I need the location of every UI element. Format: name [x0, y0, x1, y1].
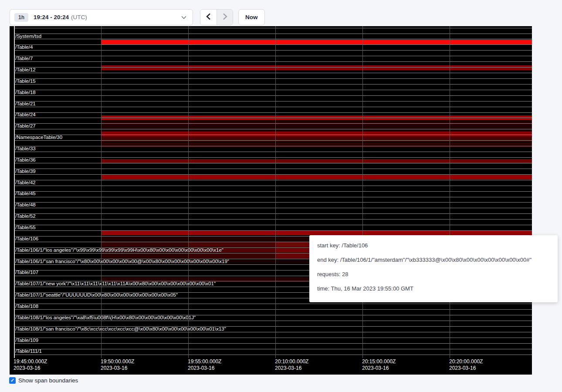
span-boundary-line: [14, 146, 532, 146]
heat-band: [101, 253, 188, 258]
span-boundary-line: [14, 95, 532, 96]
row-label: /Table/36: [15, 157, 36, 163]
row-label: /Table/45: [15, 191, 36, 196]
time-gridline: [14, 26, 15, 358]
span-boundary-line: [14, 39, 532, 39]
span-boundary-line: [14, 163, 532, 163]
span-boundary-line: [14, 338, 532, 338]
span-boundary-line: [14, 186, 532, 186]
span-boundary-line: [14, 28, 532, 28]
heat-band: [188, 253, 275, 258]
tooltip-requests: requests: 28: [317, 270, 558, 279]
span-boundary-line: [14, 44, 532, 45]
span-boundary-line: [14, 152, 532, 152]
next-time-button[interactable]: [217, 10, 233, 25]
heat-band: [188, 242, 275, 247]
heat-band: [101, 40, 532, 45]
row-label: /Table/18: [15, 90, 36, 95]
axis-tick-label: 19:45:00.000Z2023-03-16: [14, 358, 47, 372]
chevron-down-icon: [181, 16, 186, 19]
span-boundary-line: [14, 61, 532, 62]
key-visualizer-page: { "toolbar": { "time_preset": "1h", "tim…: [0, 0, 562, 392]
axis-tick-label: 19:55:00.000Z2023-03-16: [188, 358, 221, 372]
show-span-boundaries-checkbox[interactable]: ✓: [9, 377, 16, 384]
row-label: /Table/106/1/"san francisco"/"\x80\x00\x…: [15, 259, 229, 264]
row-label: /Table/108/1/"los angeles"/"\xa8\xf5\u00…: [15, 315, 196, 321]
tooltip-time: time: Thu, 16 Mar 2023 19:55:00 GMT: [317, 284, 558, 293]
row-label: /Table/106/1/"los angeles"/"\x99\x99\x99…: [15, 247, 223, 253]
row-label: /Table/111/1: [15, 348, 42, 354]
row-label: /Table/107: [15, 270, 38, 275]
span-boundary-line: [14, 34, 532, 34]
span-boundary-line: [14, 101, 532, 101]
row-label: /Table/21: [15, 101, 36, 107]
time-gridline: [450, 26, 450, 358]
span-boundary-line: [14, 90, 532, 90]
row-label: /Table/4: [15, 44, 33, 50]
row-label: /Table/106: [15, 236, 38, 242]
heat-band: [101, 142, 532, 147]
span-boundary-line: [14, 349, 532, 349]
heat-band: [101, 175, 532, 179]
span-boundary-line: [14, 140, 532, 141]
span-boundary-line: [14, 129, 532, 129]
span-boundary-line: [14, 118, 532, 118]
span-boundary-line: [14, 343, 532, 344]
span-boundary-line: [14, 321, 532, 321]
time-range-select[interactable]: 1h 19:24 - 20:24 (UTC): [10, 9, 193, 25]
span-boundary-line: [14, 332, 532, 332]
now-button[interactable]: Now: [238, 9, 265, 25]
heat-band: [101, 126, 532, 132]
span-boundary-line: [14, 112, 532, 113]
row-label: /Table/39: [15, 169, 36, 174]
time-gridline: [275, 26, 276, 358]
row-label: /System/tsd: [15, 34, 41, 39]
row-label: /Table/12: [15, 67, 36, 73]
span-boundary-line: [14, 208, 532, 208]
span-tooltip: start key: /Table/106 end key: /Table/10…: [309, 235, 558, 302]
row-label: /Table/7: [15, 56, 33, 61]
row-label: /Table/108/1/"san francisco"/"\x8c\xcc\x…: [15, 326, 226, 332]
time-gridline: [101, 26, 102, 358]
span-boundary-line: [14, 219, 532, 220]
span-boundary-line: [14, 213, 532, 214]
span-boundary-line: [14, 50, 532, 51]
tooltip-end-key: end key: /Table/106/1/"amsterdam"/"\xb33…: [317, 256, 558, 264]
row-label: /Table/33: [15, 146, 36, 152]
show-span-boundaries-control[interactable]: ✓ Show span boundaries: [9, 377, 78, 384]
span-boundary-line: [14, 67, 532, 68]
row-label: /Table/52: [15, 213, 36, 219]
span-boundary-line: [14, 191, 532, 192]
chevron-left-icon: [206, 13, 211, 21]
axis-tick-label: 20:20:00.000Z2023-03-16: [449, 358, 483, 372]
time-zone-text: (UTC): [71, 14, 87, 20]
span-boundary-line: [14, 56, 532, 56]
show-span-boundaries-label: Show span boundaries: [18, 377, 78, 384]
span-boundary-line: [14, 355, 532, 355]
span-boundary-line: [14, 230, 532, 231]
prev-time-button[interactable]: [200, 10, 217, 25]
chevron-right-icon: [223, 13, 227, 21]
span-boundary-line: [14, 180, 532, 180]
time-nav-group: [200, 9, 233, 25]
heat-band: [101, 132, 532, 136]
row-label: /Table/15: [15, 78, 36, 84]
toolbar: 1h 19:24 - 20:24 (UTC) Now: [10, 9, 265, 25]
span-boundary-line: [14, 304, 532, 304]
time-gridline: [188, 26, 189, 358]
span-boundary-line: [14, 225, 532, 225]
time-range-text: 19:24 - 20:24: [34, 14, 69, 20]
key-visualizer-canvas[interactable]: 19:45:00.000Z2023-03-1619:50:00.000Z2023…: [10, 26, 532, 375]
time-preset-badge: 1h: [14, 13, 28, 22]
heat-band: [101, 242, 188, 247]
time-gridline: [362, 26, 363, 358]
span-boundary-line: [14, 78, 532, 79]
row-label: /Table/42: [15, 180, 36, 186]
span-boundary-line: [14, 157, 532, 158]
heat-band: [101, 137, 532, 142]
span-boundary-line: [14, 309, 532, 310]
heat-band: [101, 230, 532, 236]
span-boundary-line: [14, 202, 532, 203]
span-boundary-line: [14, 123, 532, 124]
span-boundary-line: [14, 73, 532, 73]
